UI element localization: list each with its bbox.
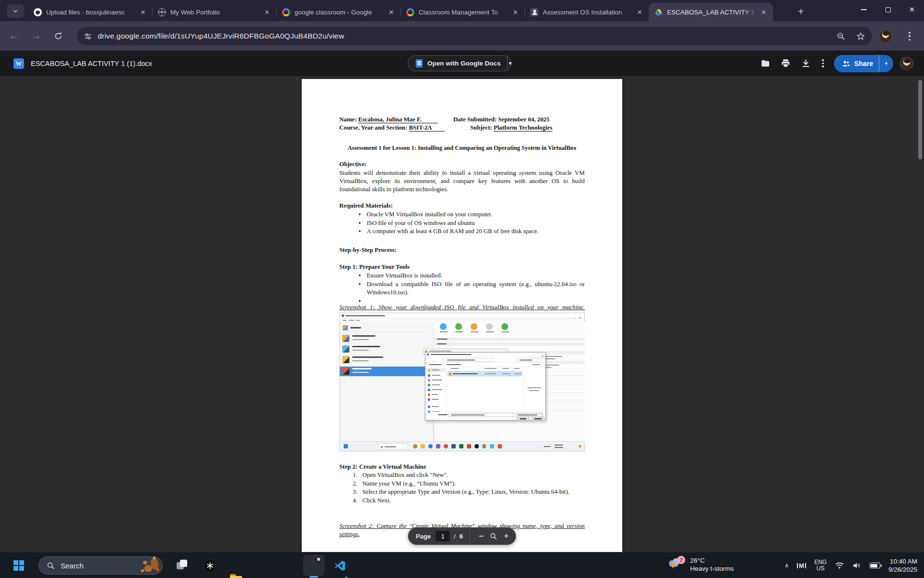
tab-web-portfolio[interactable]: My Web Portfolio ✕	[152, 3, 276, 21]
browser-tabstrip: Upload files · bossjulinaesc ✕ My Web Po…	[0, 0, 924, 21]
tab-classroom-management[interactable]: Classroom Management To ✕	[400, 3, 525, 21]
magnifier-icon	[489, 532, 498, 540]
page-total: 6	[460, 533, 463, 540]
list-item: 3.Select the appropriate Type and Versio…	[339, 488, 585, 496]
tab-google-classroom[interactable]: google classroom - Google ✕	[276, 3, 400, 21]
profile-card-icon	[530, 8, 539, 16]
doc-title: Assessment 1 for Lesson 1: Installing an…	[339, 144, 585, 152]
page-navigation-toolbar: Page / 6 − +	[408, 527, 516, 545]
doc-header-line-1: Name: Escabosa, Julina Mae F. Date Submi…	[339, 116, 585, 124]
taskbar-app-widgets[interactable]	[176, 559, 189, 572]
browser-profile-avatar[interactable]	[879, 29, 892, 43]
window-close-button[interactable]: ✕	[900, 0, 924, 19]
page-number-input[interactable]	[436, 531, 450, 541]
weather-temp: 26°C	[690, 556, 734, 565]
browser-menu-button[interactable]	[906, 31, 913, 41]
new-tab-button[interactable]: +	[794, 5, 808, 18]
tab-escabosa-lab-activity[interactable]: ESCABOSA_LAB ACTIVITY 1 ✕	[649, 3, 773, 21]
share-button[interactable]: Share ▼	[834, 55, 893, 72]
list-item: Oracle VM VirtualBox installed on your c…	[339, 210, 585, 219]
screenshot1-caption: Screenshot 1: Show your downloaded ISO f…	[339, 303, 585, 312]
open-with-google-docs-button[interactable]: Open with Google Docs ▼	[408, 55, 512, 71]
taskbar-app-file-explorer[interactable]	[230, 572, 243, 578]
drive-profile-avatar[interactable]	[900, 57, 913, 70]
step1-list: Ensure VirtualBox is installed. Download…	[339, 272, 585, 297]
browser-toolbar: ← → drive.google.com/file/d/1sUYup4UJEJr…	[0, 21, 924, 51]
window-minimize-button[interactable]	[852, 0, 876, 19]
volume-icon[interactable]	[852, 562, 861, 569]
tab-close-icon[interactable]: ✕	[635, 8, 644, 16]
google-icon	[282, 8, 290, 16]
zoom-indicator-icon[interactable]	[836, 32, 846, 41]
forward-button[interactable]: →	[28, 28, 44, 44]
tab-close-icon[interactable]: ✕	[387, 8, 396, 16]
tab-close-icon[interactable]: ✕	[263, 8, 271, 16]
printer-icon	[781, 58, 791, 68]
drive-icon	[654, 8, 663, 16]
tab-close-icon[interactable]: ✕	[759, 8, 768, 16]
share-people-icon	[842, 59, 850, 68]
windows-taskbar: Search 7 26°C Heavy t-storms	[0, 552, 924, 578]
tab-upload-files[interactable]: Upload files · bossjulinaesc ✕	[28, 3, 152, 21]
step2-list: 1.Open VirtualBox and click "New". 2.Nam…	[339, 471, 585, 505]
taskbar-clock[interactable]: 10:40 AM 9/26/2025	[888, 557, 917, 574]
start-button[interactable]	[13, 560, 24, 571]
url-text[interactable]: drive.google.com/file/d/1sUYup4UJEJrviR6…	[98, 32, 826, 40]
google-icon	[406, 8, 414, 16]
bookmark-star-icon[interactable]	[856, 32, 865, 41]
taskbar-search[interactable]: Search	[38, 556, 163, 575]
zoom-out-button[interactable]: −	[475, 530, 488, 542]
viewer-scrollbar[interactable]	[918, 80, 922, 159]
tab-search-button[interactable]	[7, 4, 24, 18]
tab-title: ESCABOSA_LAB ACTIVITY 1	[667, 9, 759, 16]
back-button[interactable]: ←	[6, 28, 22, 44]
zoom-button[interactable]	[488, 530, 500, 542]
google-docs-icon	[416, 59, 423, 67]
folder-icon	[760, 58, 770, 68]
search-highlight-art[interactable]	[140, 557, 159, 574]
screen: Upload files · bossjulinaesc ✕ My Web Po…	[0, 0, 924, 578]
taskbar-app-vscode[interactable]	[334, 559, 346, 572]
search-icon	[47, 562, 55, 570]
reload-button[interactable]	[50, 28, 66, 44]
address-bar[interactable]: drive.google.com/file/d/1sUYup4UJEJrviR6…	[77, 27, 872, 45]
more-actions-button[interactable]	[816, 54, 830, 73]
embedded-screenshot-figure: – □ ✕	[339, 313, 585, 451]
tab-assessment-os[interactable]: Assessment OS Installation ✕	[525, 3, 649, 21]
taskbar-app-chatgpt[interactable]	[204, 559, 217, 572]
download-icon	[801, 58, 811, 68]
open-with-dropdown[interactable]: ▼	[507, 56, 513, 71]
vbox-vm-list	[340, 322, 434, 442]
process-heading: Step-by-Step Process:	[339, 246, 585, 254]
battery-icon[interactable]	[870, 563, 880, 568]
list-item: Ensure VirtualBox is installed.	[339, 272, 585, 280]
tray-m-icon[interactable]: M	[797, 562, 806, 569]
open-with-label: Open with Google Docs	[427, 60, 500, 67]
taskbar-weather[interactable]: 7 26°C Heavy t-storms	[668, 556, 734, 573]
notification-badge: 7	[677, 556, 685, 564]
zoom-in-button[interactable]: +	[500, 530, 513, 542]
share-label: Share	[854, 60, 873, 67]
list-item: 2.Name your VM (e.g., “Ubuntu VM”).	[339, 480, 585, 488]
add-to-drive-button[interactable]	[755, 54, 775, 73]
download-button[interactable]	[796, 54, 816, 73]
window-maximize-button[interactable]	[876, 0, 900, 19]
tab-close-icon[interactable]: ✕	[511, 8, 520, 16]
language-switcher[interactable]: ENG US	[814, 559, 827, 572]
tray-overflow-chevron[interactable]: ∧	[784, 562, 789, 569]
close-icon: ✕	[909, 5, 915, 14]
weather-icon: 7	[668, 556, 685, 573]
wifi-icon[interactable]	[835, 562, 844, 569]
objective-body: Students will demonstrate their ability …	[339, 169, 585, 194]
page-label: Page	[416, 533, 431, 540]
share-dropdown[interactable]: ▼	[879, 55, 893, 72]
tab-title: Assessment OS Installation	[543, 9, 635, 16]
list-item: 4.Click Next.	[339, 497, 585, 505]
tab-close-icon[interactable]: ✕	[139, 8, 147, 16]
chevron-down-icon	[12, 8, 19, 14]
doc-header-line-2: Course, Year and Section: BSIT-2A Subjec…	[339, 124, 585, 132]
print-button[interactable]	[775, 54, 796, 73]
maximize-icon	[886, 7, 891, 13]
site-settings-icon[interactable]	[84, 32, 92, 40]
materials-heading: Required Materials:	[339, 202, 585, 210]
